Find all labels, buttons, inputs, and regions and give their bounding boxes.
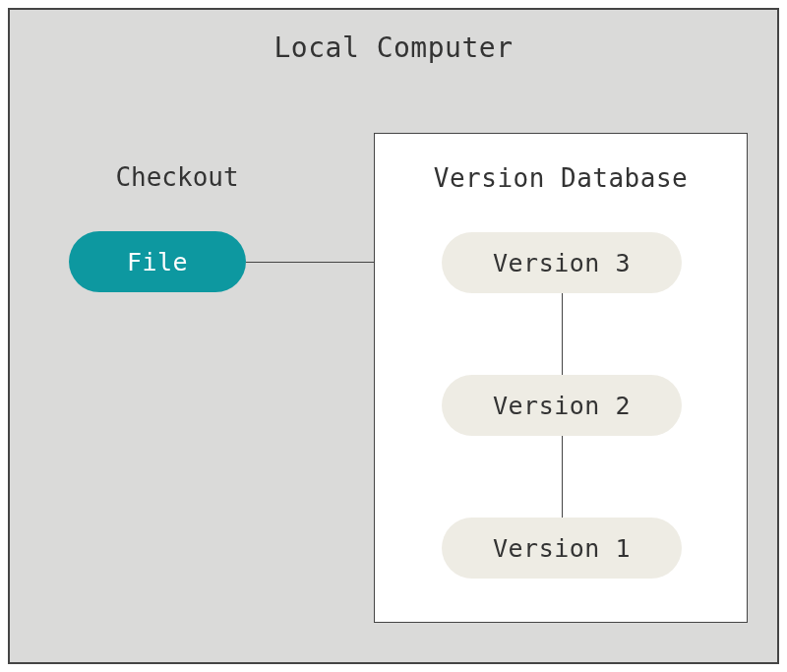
- connector-v2-v1: [562, 436, 563, 518]
- version-node-3: Version 3: [442, 232, 682, 293]
- checkout-label: Checkout: [69, 162, 285, 192]
- database-title: Version Database: [375, 163, 747, 193]
- file-node-label: File: [127, 248, 188, 276]
- version-database-panel: Version Database Version 3 Version 2 Ver…: [374, 133, 748, 623]
- version-label: Version 2: [493, 392, 631, 420]
- version-node-2: Version 2: [442, 375, 682, 436]
- version-label: Version 1: [493, 534, 631, 563]
- file-node: File: [69, 231, 246, 292]
- panel-title: Local Computer: [10, 31, 777, 64]
- connector-v3-v2: [562, 293, 563, 375]
- local-computer-panel: Local Computer Checkout File Version Dat…: [8, 8, 779, 664]
- version-label: Version 3: [493, 249, 631, 277]
- version-node-1: Version 1: [442, 518, 682, 579]
